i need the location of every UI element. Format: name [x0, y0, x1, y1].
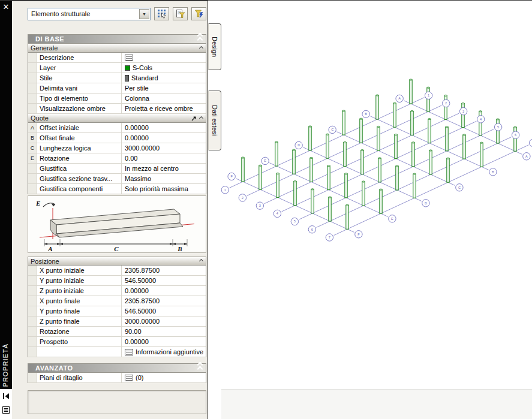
worksheet-icon[interactable]	[125, 55, 133, 61]
structural-column[interactable]	[429, 150, 432, 174]
grid-bubble[interactable]: E	[389, 215, 396, 222]
grid-bubble[interactable]: 4	[273, 210, 281, 217]
structural-column[interactable]	[275, 141, 278, 166]
property-value-cell[interactable]: 0.00000	[122, 123, 206, 132]
structural-column[interactable]	[378, 158, 381, 182]
structural-column[interactable]	[329, 197, 331, 221]
grid-bubble[interactable]: 7	[529, 139, 532, 146]
structural-column[interactable]	[413, 173, 416, 198]
property-value-cell[interactable]: Per stile	[122, 83, 206, 93]
structural-column[interactable]	[428, 119, 431, 143]
close-icon[interactable]: ✕	[1, 2, 11, 12]
structural-column[interactable]	[309, 126, 311, 150]
grid-bubble[interactable]: B	[489, 168, 497, 176]
structural-column[interactable]	[310, 157, 312, 182]
tab-dati-estesi[interactable]: Dati estesi	[208, 91, 221, 150]
grid-bubble[interactable]: D	[422, 200, 429, 207]
structural-column[interactable]	[362, 181, 365, 206]
structural-column[interactable]	[380, 189, 382, 213]
grid-bubble[interactable]: 2	[239, 194, 246, 201]
property-value-cell[interactable]: Colonna	[122, 94, 206, 103]
element-type-select[interactable]: Elemento strutturale ▼	[28, 8, 151, 20]
quick-select-button[interactable]	[173, 7, 188, 20]
select-objects-button[interactable]	[154, 7, 169, 20]
property-value-cell[interactable]: 0.00000	[122, 337, 206, 346]
grid-bubble[interactable]: C	[329, 126, 336, 133]
property-value-cell[interactable]: Solo priorità massima	[122, 184, 206, 194]
structural-column[interactable]	[326, 134, 329, 158]
property-value-cell[interactable]: 2305.87500	[122, 296, 206, 306]
grid-bubble[interactable]: 1	[425, 92, 432, 99]
property-value-cell[interactable]	[122, 53, 206, 62]
worksheet-icon[interactable]	[125, 349, 133, 355]
property-value-cell[interactable]: 546.50000	[122, 276, 206, 285]
property-value-cell[interactable]: Informazioni aggiuntive	[122, 347, 206, 357]
grid-bubble[interactable]: B	[362, 110, 369, 117]
structural-column[interactable]	[327, 165, 330, 190]
structural-column[interactable]	[242, 157, 244, 182]
grid-bubble[interactable]: 7	[326, 234, 333, 241]
structural-column[interactable]	[446, 126, 448, 151]
structural-column[interactable]	[463, 134, 465, 159]
property-value-cell[interactable]: 0.00000	[122, 286, 206, 296]
structural-column[interactable]	[412, 142, 414, 167]
structural-column[interactable]	[447, 158, 449, 182]
filter-button[interactable]	[191, 7, 206, 20]
structural-column[interactable]	[259, 165, 262, 189]
property-value-cell[interactable]: Proietta e riceve ombre	[122, 104, 206, 113]
tab-design[interactable]: Design	[208, 23, 221, 70]
structural-column[interactable]	[311, 189, 314, 213]
grid-bubble[interactable]: F	[228, 173, 235, 180]
property-value-cell[interactable]: (0)	[122, 373, 206, 382]
structural-column[interactable]	[294, 181, 296, 206]
structural-column[interactable]	[480, 142, 483, 167]
subsection-header-generale[interactable]: Generale	[28, 44, 206, 53]
grid-bubble[interactable]: E	[262, 157, 269, 164]
grid-bubble[interactable]: A	[523, 153, 530, 160]
property-value-cell[interactable]: 0.00000	[122, 133, 206, 143]
grid-bubble[interactable]: F	[355, 231, 362, 238]
worksheet-icon[interactable]	[125, 375, 133, 381]
structural-column[interactable]	[411, 110, 413, 135]
structural-column[interactable]	[361, 150, 363, 174]
grid-bubble[interactable]: C	[456, 184, 463, 191]
structural-column[interactable]	[276, 173, 279, 197]
structural-column[interactable]	[396, 165, 398, 190]
grid-bubble[interactable]: 6	[512, 131, 519, 138]
property-value-cell[interactable]: 546.50000	[122, 306, 206, 316]
structural-column[interactable]	[377, 126, 380, 150]
properties-menu-button[interactable]	[1, 405, 11, 415]
grid-bubble[interactable]: 2	[442, 100, 449, 107]
grid-bubble[interactable]: 4	[477, 116, 484, 123]
property-value-cell[interactable]: 90.00	[122, 327, 206, 336]
property-value-cell[interactable]: S-Cols	[122, 63, 206, 73]
section-header-di-base[interactable]: DI BASE	[28, 34, 206, 44]
property-value-cell[interactable]: Massimo	[122, 174, 206, 183]
property-value-cell[interactable]: 2305.87500	[122, 266, 206, 275]
drawing-area[interactable]: 11223344556677AABBCCDDEEFF	[221, 1, 532, 419]
structural-column[interactable]	[344, 141, 346, 166]
subsection-header-quote[interactable]: Quote	[28, 114, 206, 123]
property-value-cell[interactable]: 3000.00000	[122, 316, 206, 326]
property-value-cell[interactable]: 3000.00000	[122, 143, 206, 153]
structural-column[interactable]	[393, 103, 396, 127]
grid-bubble[interactable]: 3	[459, 107, 467, 114]
grid-bubble[interactable]: 5	[494, 123, 501, 131]
subsection-header-posizione[interactable]: Posizione	[28, 257, 206, 266]
structural-column[interactable]	[410, 79, 412, 104]
structural-column[interactable]	[395, 134, 397, 159]
structural-column[interactable]	[346, 204, 348, 229]
drawing-viewport[interactable]: 11223344556677AABBCCDDEEFF	[221, 1, 532, 419]
auto-hide-button[interactable]	[1, 391, 11, 402]
pick-point-icon[interactable]	[190, 114, 197, 122]
grid-bubble[interactable]: 6	[308, 226, 315, 233]
section-header-avanzato[interactable]: AVANZATO	[28, 363, 206, 373]
chevron-down-icon[interactable]: ▼	[139, 9, 149, 19]
grid-bubble[interactable]: 3	[256, 202, 263, 209]
property-value-cell[interactable]: Standard	[122, 73, 206, 83]
grid-bubble[interactable]: A	[396, 95, 403, 102]
grid-bubble[interactable]: 5	[291, 218, 298, 225]
structural-column[interactable]	[293, 149, 295, 174]
grid-bubble[interactable]: D	[295, 141, 302, 149]
grid-bubble[interactable]: 1	[221, 186, 229, 194]
